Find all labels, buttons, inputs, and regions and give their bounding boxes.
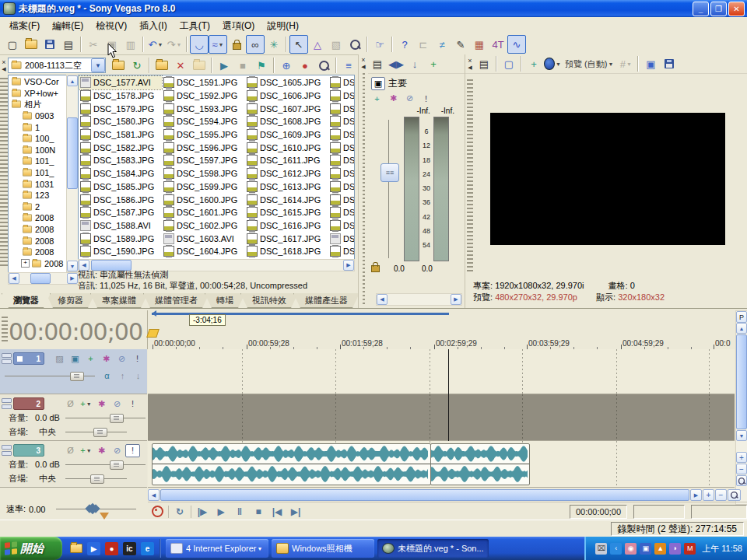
file-item[interactable]: DSC_	[328, 141, 355, 154]
timeline-hscroll-thumb[interactable]	[160, 489, 689, 501]
tab-瀏覽器[interactable]: 瀏覽器	[2, 293, 51, 308]
favorites-icon[interactable]	[190, 56, 209, 75]
scroll-right-icon[interactable]: ▶	[451, 294, 461, 305]
time-ruler[interactable]: -3:04;16 00:00:00;0000:00:59;2800:01:59;…	[148, 310, 735, 350]
mute-icon[interactable]: ⊘	[110, 397, 124, 411]
file-item[interactable]: DSC_1579.JPG	[79, 102, 162, 115]
close-button[interactable]: ✕	[728, 2, 745, 16]
minimize-button[interactable]: _	[693, 2, 709, 16]
file-item[interactable]: DSC_1598.JPG	[162, 167, 245, 180]
file-item[interactable]: DSC_1612.JPG	[245, 167, 328, 180]
file-item[interactable]: DSC_1593.JPG	[162, 102, 245, 115]
scroll-right-icon[interactable]: ▶	[690, 489, 702, 501]
pan-value[interactable]: 中央	[31, 473, 64, 485]
refresh-icon[interactable]: ↻	[128, 56, 146, 75]
tree-hscroll-thumb[interactable]	[30, 273, 51, 284]
track-number-badge[interactable]: 2	[13, 397, 44, 410]
quicklaunch-real-icon[interactable]: ●	[105, 542, 118, 555]
file-item[interactable]: DSC_1600.JPG	[162, 193, 245, 206]
tab-媒體管理者[interactable]: 媒體管理者	[143, 293, 209, 308]
solo-icon[interactable]: !	[125, 397, 140, 411]
selection-edit-tool-icon[interactable]: ▧	[327, 35, 345, 54]
track-minimize-buttons[interactable]	[2, 352, 12, 365]
views-icon[interactable]: ≡	[339, 56, 358, 75]
file-item[interactable]: DSC_1586.JPG	[79, 193, 162, 206]
tab-專案媒體[interactable]: 專案媒體	[90, 293, 148, 308]
file-item[interactable]: DSC_1582.JPG	[79, 141, 162, 154]
tab-視訊特效[interactable]: 視訊特效	[240, 293, 298, 308]
mixer-hscrollbar[interactable]: ◀ ▶	[376, 293, 462, 306]
save-icon[interactable]	[40, 35, 59, 54]
tree-item[interactable]: 101_	[9, 156, 68, 167]
file-item[interactable]: DSC_1607.JPG	[245, 102, 328, 115]
pane-grip[interactable]	[363, 73, 365, 305]
whats-this-help-icon[interactable]: ?	[395, 35, 414, 54]
pan-slider[interactable]	[65, 428, 127, 436]
file-item[interactable]: DSC_	[328, 89, 355, 103]
cursor-timecode-field[interactable]: 00:00:00;00	[570, 505, 627, 519]
stop-preview-icon[interactable]: ■	[233, 56, 252, 75]
file-item[interactable]: DSC_1608.JPG	[245, 115, 328, 128]
file-item[interactable]: DSC_	[328, 128, 355, 142]
file-item[interactable]: DSC_	[328, 102, 355, 115]
track-content-3[interactable]	[148, 441, 735, 488]
zoom-tool-icon[interactable]	[728, 489, 741, 501]
undock-pane-icon[interactable]: ◀	[361, 64, 365, 70]
tab-媒體產生器[interactable]: 媒體產生器	[293, 293, 359, 308]
track-fx-icon[interactable]: +▼	[79, 397, 93, 411]
timeline-hscrollbar[interactable]: ◀ ▶ + −	[148, 489, 741, 501]
preview-properties-icon[interactable]: ▤	[475, 54, 493, 73]
file-item[interactable]: DSC_1618.JPG	[245, 245, 328, 258]
zoom-tool-icon[interactable]	[736, 475, 747, 486]
file-item[interactable]: DSC_1603.AVI	[162, 232, 245, 245]
split-tool-icon[interactable]: ≠	[433, 35, 451, 54]
tree-item[interactable]: 2008	[9, 212, 68, 224]
zoom-in-track-icon[interactable]: +	[736, 452, 747, 463]
zoom-out-time-icon[interactable]: −	[715, 489, 727, 501]
undock-pane-icon[interactable]: ◀	[468, 65, 472, 71]
tray-network-icon[interactable]: ▣	[640, 543, 651, 555]
cut-icon[interactable]: ✂	[84, 35, 103, 54]
open-icon[interactable]	[22, 35, 40, 54]
composite-child-icon[interactable]: ↓	[131, 369, 146, 383]
tree-item[interactable]: +2008	[9, 258, 68, 270]
grid-overlay-icon[interactable]: #▼	[616, 54, 635, 73]
volume-value[interactable]: 0.0 dB	[31, 460, 64, 469]
file-item[interactable]: DSC_1587.JPG	[79, 206, 162, 219]
delete-icon[interactable]: ✕	[171, 56, 190, 75]
scroll-left-icon[interactable]: ◀	[377, 294, 388, 305]
tray-keyboard-icon[interactable]: ⌧	[595, 543, 607, 555]
timeline-vscroll-thumb[interactable]	[736, 334, 747, 429]
preview-quality-icon[interactable]: ▼	[543, 54, 562, 73]
meter-right[interactable]	[433, 117, 449, 261]
track-content-2[interactable]	[148, 394, 735, 441]
track-minimize-buttons[interactable]	[2, 444, 12, 457]
stop-button[interactable]: ■	[249, 504, 268, 519]
record-button[interactable]	[148, 504, 167, 519]
file-item[interactable]: DSC_1583.JPG	[79, 154, 162, 167]
auto-ripple-icon[interactable]: ≈▼	[209, 35, 227, 54]
tray-audio-icon[interactable]: ◗	[669, 543, 681, 555]
file-item[interactable]: DSC_	[328, 154, 355, 167]
pause-button[interactable]: ‖	[230, 504, 249, 519]
expander-icon[interactable]: +	[21, 259, 30, 268]
file-item[interactable]: DSC_1611.JPG	[245, 154, 328, 167]
master-solo-icon[interactable]: !	[419, 92, 433, 105]
audio-event-2[interactable]	[430, 443, 530, 485]
address-combo[interactable]: 2008-1113二空 ▼	[8, 58, 106, 73]
chevron-down-icon[interactable]: ▼	[258, 546, 263, 551]
tray-camera-icon[interactable]: ◉	[625, 543, 637, 555]
track-level-slider[interactable]	[5, 372, 95, 380]
file-item[interactable]: DSC_1577.AVI	[79, 76, 162, 89]
paste-icon[interactable]: ▥	[121, 35, 140, 54]
track-fx-icon[interactable]: +▼	[79, 444, 93, 457]
tree-item[interactable]: 100N	[9, 145, 68, 156]
properties-icon[interactable]: ▤	[59, 35, 78, 54]
automation-icon[interactable]: ✱	[99, 352, 114, 366]
scroll-left-icon[interactable]: ◀	[148, 489, 160, 501]
mute-icon[interactable]: ⊘	[110, 444, 124, 457]
master-bus-icon[interactable]: ▣	[371, 77, 385, 90]
file-item[interactable]: DSC_1594.JPG	[162, 115, 245, 128]
file-item[interactable]: DSC_1604.JPG	[162, 245, 245, 258]
automation-icon[interactable]: ✱	[94, 444, 109, 457]
